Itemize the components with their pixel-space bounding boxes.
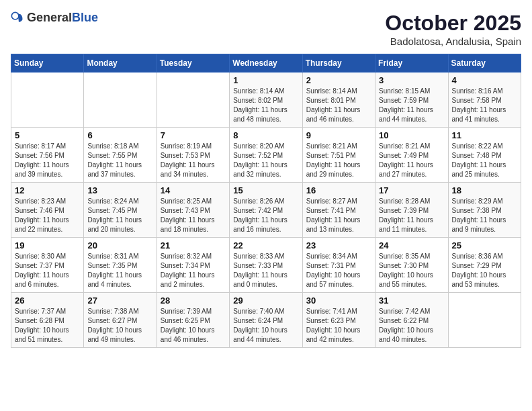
day-number: 9 [306, 130, 371, 140]
day-info: Sunrise: 8:16 AM Sunset: 7:58 PM Dayligh… [452, 87, 517, 124]
day-number: 8 [233, 130, 298, 140]
calendar-cell: 28Sunrise: 7:39 AM Sunset: 6:25 PM Dayli… [157, 293, 229, 348]
day-number: 28 [161, 295, 226, 306]
logo-icon [11, 11, 24, 25]
calendar-cell: 6Sunrise: 8:18 AM Sunset: 7:55 PM Daylig… [84, 128, 157, 183]
week-row-2: 12Sunrise: 8:23 AM Sunset: 7:46 PM Dayli… [11, 183, 521, 238]
day-number: 16 [306, 185, 371, 195]
day-info: Sunrise: 8:32 AM Sunset: 7:34 PM Dayligh… [161, 252, 226, 289]
calendar-cell [157, 73, 229, 128]
day-number: 17 [379, 185, 444, 195]
day-number: 7 [161, 130, 226, 140]
day-info: Sunrise: 8:24 AM Sunset: 7:45 PM Dayligh… [87, 197, 152, 234]
location-subtitle: Badolatosa, Andalusia, Spain [385, 36, 521, 47]
calendar-cell: 16Sunrise: 8:27 AM Sunset: 7:41 PM Dayli… [302, 183, 375, 238]
day-info: Sunrise: 8:25 AM Sunset: 7:43 PM Dayligh… [161, 197, 226, 234]
calendar-cell: 15Sunrise: 8:26 AM Sunset: 7:42 PM Dayli… [230, 183, 302, 238]
week-row-4: 26Sunrise: 7:37 AM Sunset: 6:28 PM Dayli… [11, 293, 521, 348]
calendar-body: 1Sunrise: 8:14 AM Sunset: 8:02 PM Daylig… [11, 73, 521, 348]
day-info: Sunrise: 8:18 AM Sunset: 7:55 PM Dayligh… [87, 142, 152, 179]
day-number: 11 [452, 130, 517, 140]
calendar-cell: 9Sunrise: 8:21 AM Sunset: 7:51 PM Daylig… [302, 128, 375, 183]
calendar-cell: 10Sunrise: 8:21 AM Sunset: 7:49 PM Dayli… [375, 128, 448, 183]
calendar-cell: 22Sunrise: 8:33 AM Sunset: 7:33 PM Dayli… [230, 238, 302, 293]
logo: GeneralBlue [11, 11, 98, 25]
calendar-cell: 18Sunrise: 8:29 AM Sunset: 7:38 PM Dayli… [448, 183, 521, 238]
day-info: Sunrise: 7:37 AM Sunset: 6:28 PM Dayligh… [15, 307, 80, 345]
calendar-cell: 4Sunrise: 8:16 AM Sunset: 7:58 PM Daylig… [448, 73, 521, 128]
calendar-cell: 8Sunrise: 8:20 AM Sunset: 7:52 PM Daylig… [230, 128, 302, 183]
svg-point-0 [11, 12, 19, 19]
calendar-cell [11, 73, 84, 128]
day-number: 1 [233, 75, 298, 85]
day-number: 6 [87, 130, 152, 140]
day-number: 30 [306, 295, 371, 306]
calendar-cell: 13Sunrise: 8:24 AM Sunset: 7:45 PM Dayli… [84, 183, 157, 238]
logo-general: General [27, 11, 72, 24]
day-info: Sunrise: 8:21 AM Sunset: 7:49 PM Dayligh… [379, 142, 444, 179]
day-number: 12 [15, 185, 80, 195]
day-info: Sunrise: 8:29 AM Sunset: 7:38 PM Dayligh… [452, 197, 517, 234]
day-number: 23 [306, 240, 371, 250]
day-info: Sunrise: 8:20 AM Sunset: 7:52 PM Dayligh… [233, 142, 298, 179]
calendar-cell: 14Sunrise: 8:25 AM Sunset: 7:43 PM Dayli… [157, 183, 229, 238]
day-number: 10 [379, 130, 444, 140]
calendar-cell: 29Sunrise: 7:40 AM Sunset: 6:24 PM Dayli… [230, 293, 302, 348]
calendar-cell: 3Sunrise: 8:15 AM Sunset: 7:59 PM Daylig… [375, 73, 448, 128]
day-number: 4 [452, 75, 517, 85]
day-info: Sunrise: 8:26 AM Sunset: 7:42 PM Dayligh… [233, 197, 298, 234]
week-row-1: 5Sunrise: 8:17 AM Sunset: 7:56 PM Daylig… [11, 128, 521, 183]
day-info: Sunrise: 7:40 AM Sunset: 6:24 PM Dayligh… [233, 307, 298, 345]
calendar-cell: 17Sunrise: 8:28 AM Sunset: 7:39 PM Dayli… [375, 183, 448, 238]
header-cell-thursday: Thursday [302, 54, 375, 73]
day-number: 19 [15, 240, 80, 250]
header: GeneralBlue October 2025 Badolatosa, And… [11, 11, 521, 47]
day-info: Sunrise: 8:34 AM Sunset: 7:31 PM Dayligh… [306, 252, 371, 289]
day-number: 25 [452, 240, 517, 250]
day-info: Sunrise: 8:21 AM Sunset: 7:51 PM Dayligh… [306, 142, 371, 179]
calendar-cell [448, 293, 521, 348]
day-info: Sunrise: 8:33 AM Sunset: 7:33 PM Dayligh… [233, 252, 298, 289]
day-number: 2 [306, 75, 371, 85]
header-cell-tuesday: Tuesday [157, 54, 229, 73]
logo-blue: Blue [72, 11, 98, 24]
day-info: Sunrise: 7:38 AM Sunset: 6:27 PM Dayligh… [87, 307, 152, 345]
day-number: 14 [161, 185, 226, 195]
header-row: SundayMondayTuesdayWednesdayThursdayFrid… [11, 54, 521, 73]
calendar-cell: 27Sunrise: 7:38 AM Sunset: 6:27 PM Dayli… [84, 293, 157, 348]
day-info: Sunrise: 8:27 AM Sunset: 7:41 PM Dayligh… [306, 197, 371, 234]
day-info: Sunrise: 8:23 AM Sunset: 7:46 PM Dayligh… [15, 197, 80, 234]
day-info: Sunrise: 8:36 AM Sunset: 7:29 PM Dayligh… [452, 252, 517, 289]
day-info: Sunrise: 8:22 AM Sunset: 7:48 PM Dayligh… [452, 142, 517, 179]
day-number: 18 [452, 185, 517, 195]
calendar-cell [84, 73, 157, 128]
day-info: Sunrise: 8:17 AM Sunset: 7:56 PM Dayligh… [15, 142, 80, 179]
day-number: 5 [15, 130, 80, 140]
day-number: 15 [233, 185, 298, 195]
calendar-cell: 5Sunrise: 8:17 AM Sunset: 7:56 PM Daylig… [11, 128, 84, 183]
day-number: 27 [87, 295, 152, 306]
header-cell-friday: Friday [375, 54, 448, 73]
calendar-table: SundayMondayTuesdayWednesdayThursdayFrid… [11, 54, 521, 348]
calendar-cell: 31Sunrise: 7:42 AM Sunset: 6:22 PM Dayli… [375, 293, 448, 348]
calendar-header: SundayMondayTuesdayWednesdayThursdayFrid… [11, 54, 521, 73]
day-info: Sunrise: 8:30 AM Sunset: 7:37 PM Dayligh… [15, 252, 80, 289]
day-info: Sunrise: 8:28 AM Sunset: 7:39 PM Dayligh… [379, 197, 444, 234]
day-info: Sunrise: 8:31 AM Sunset: 7:35 PM Dayligh… [87, 252, 152, 289]
title-area: October 2025 Badolatosa, Andalusia, Spai… [385, 11, 521, 47]
day-info: Sunrise: 8:14 AM Sunset: 8:01 PM Dayligh… [306, 87, 371, 124]
day-info: Sunrise: 8:15 AM Sunset: 7:59 PM Dayligh… [379, 87, 444, 124]
day-info: Sunrise: 7:42 AM Sunset: 6:22 PM Dayligh… [379, 307, 444, 345]
day-number: 21 [161, 240, 226, 250]
calendar-cell: 25Sunrise: 8:36 AM Sunset: 7:29 PM Dayli… [448, 238, 521, 293]
calendar-cell: 21Sunrise: 8:32 AM Sunset: 7:34 PM Dayli… [157, 238, 229, 293]
calendar-cell: 20Sunrise: 8:31 AM Sunset: 7:35 PM Dayli… [84, 238, 157, 293]
day-number: 26 [15, 295, 80, 306]
day-number: 3 [379, 75, 444, 85]
calendar-cell: 24Sunrise: 8:35 AM Sunset: 7:30 PM Dayli… [375, 238, 448, 293]
day-info: Sunrise: 8:35 AM Sunset: 7:30 PM Dayligh… [379, 252, 444, 289]
calendar-cell: 11Sunrise: 8:22 AM Sunset: 7:48 PM Dayli… [448, 128, 521, 183]
day-number: 20 [87, 240, 152, 250]
calendar-cell: 12Sunrise: 8:23 AM Sunset: 7:46 PM Dayli… [11, 183, 84, 238]
day-info: Sunrise: 8:14 AM Sunset: 8:02 PM Dayligh… [233, 87, 298, 124]
